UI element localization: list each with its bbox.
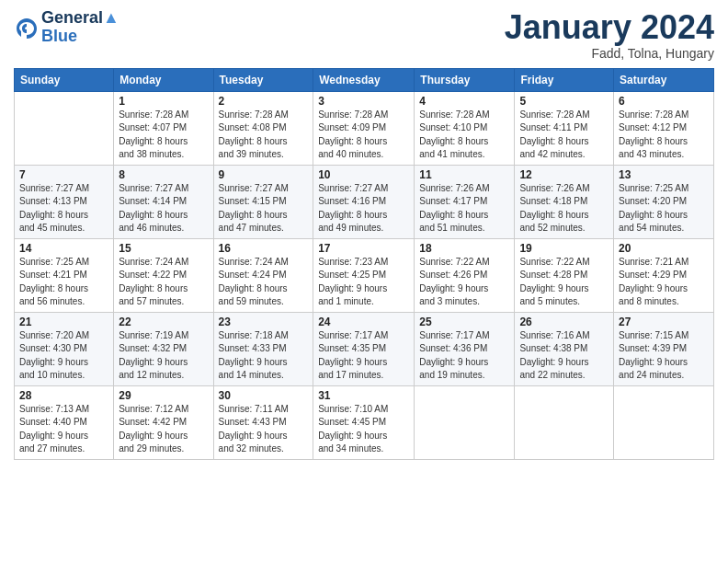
day-info: Sunrise: 7:13 AMSunset: 4:40 PMDaylight:…	[19, 403, 108, 456]
day-number: 20	[619, 242, 709, 255]
calendar-cell: 27Sunrise: 7:15 AMSunset: 4:39 PMDayligh…	[614, 312, 714, 385]
calendar-cell: 6Sunrise: 7:28 AMSunset: 4:12 PMDaylight…	[614, 91, 714, 165]
day-number: 26	[519, 316, 609, 328]
day-number: 28	[19, 389, 108, 402]
day-info: Sunrise: 7:12 AMSunset: 4:42 PMDaylight:…	[119, 403, 208, 456]
calendar-cell: 13Sunrise: 7:25 AMSunset: 4:20 PMDayligh…	[614, 165, 714, 238]
day-number: 15	[119, 242, 208, 255]
day-header-friday: Friday	[515, 68, 614, 91]
day-number: 29	[119, 389, 208, 402]
calendar-cell: 2Sunrise: 7:28 AMSunset: 4:08 PMDaylight…	[213, 91, 313, 165]
day-number: 16	[219, 242, 309, 255]
day-info: Sunrise: 7:27 AMSunset: 4:15 PMDaylight:…	[219, 182, 309, 236]
day-info: Sunrise: 7:16 AMSunset: 4:38 PMDaylight:…	[519, 329, 609, 383]
day-number: 5	[519, 95, 609, 108]
calendar-week-row: 7Sunrise: 7:27 AMSunset: 4:13 PMDaylight…	[15, 165, 714, 238]
calendar-cell: 10Sunrise: 7:27 AMSunset: 4:16 PMDayligh…	[313, 165, 415, 238]
calendar-week-row: 14Sunrise: 7:25 AMSunset: 4:21 PMDayligh…	[15, 238, 714, 312]
calendar-week-row: 28Sunrise: 7:13 AMSunset: 4:40 PMDayligh…	[15, 385, 714, 459]
calendar-cell: 23Sunrise: 7:18 AMSunset: 4:33 PMDayligh…	[213, 312, 313, 385]
day-number: 27	[619, 316, 709, 328]
day-info: Sunrise: 7:27 AMSunset: 4:13 PMDaylight:…	[19, 182, 108, 236]
day-info: Sunrise: 7:28 AMSunset: 4:09 PMDaylight:…	[318, 109, 409, 162]
calendar-cell: 28Sunrise: 7:13 AMSunset: 4:40 PMDayligh…	[15, 385, 114, 459]
day-number: 11	[419, 168, 509, 181]
location: Fadd, Tolna, Hungary	[505, 46, 714, 61]
calendar-cell	[614, 385, 714, 459]
day-header-tuesday: Tuesday	[213, 68, 313, 91]
day-info: Sunrise: 7:28 AMSunset: 4:12 PMDaylight:…	[619, 109, 709, 162]
calendar-cell: 29Sunrise: 7:12 AMSunset: 4:42 PMDayligh…	[114, 385, 213, 459]
calendar-cell: 21Sunrise: 7:20 AMSunset: 4:30 PMDayligh…	[15, 312, 114, 385]
day-header-wednesday: Wednesday	[313, 68, 415, 91]
calendar-cell: 12Sunrise: 7:26 AMSunset: 4:18 PMDayligh…	[515, 165, 614, 238]
day-info: Sunrise: 7:28 AMSunset: 4:07 PMDaylight:…	[119, 109, 208, 162]
calendar-cell: 22Sunrise: 7:19 AMSunset: 4:32 PMDayligh…	[114, 312, 213, 385]
day-info: Sunrise: 7:27 AMSunset: 4:16 PMDaylight:…	[318, 182, 409, 236]
calendar-cell: 31Sunrise: 7:10 AMSunset: 4:45 PMDayligh…	[313, 385, 415, 459]
calendar-cell	[15, 91, 114, 165]
day-info: Sunrise: 7:25 AMSunset: 4:20 PMDaylight:…	[619, 182, 709, 236]
calendar-cell: 7Sunrise: 7:27 AMSunset: 4:13 PMDaylight…	[15, 165, 114, 238]
day-number: 14	[19, 242, 108, 255]
calendar-cell: 11Sunrise: 7:26 AMSunset: 4:17 PMDayligh…	[415, 165, 515, 238]
calendar-cell: 18Sunrise: 7:22 AMSunset: 4:26 PMDayligh…	[415, 238, 515, 312]
logo-line2: Blue	[41, 28, 119, 46]
day-number: 1	[119, 95, 208, 108]
calendar-cell: 20Sunrise: 7:21 AMSunset: 4:29 PMDayligh…	[614, 238, 714, 312]
day-number: 31	[318, 389, 409, 402]
calendar-cell: 5Sunrise: 7:28 AMSunset: 4:11 PMDaylight…	[515, 91, 614, 165]
day-info: Sunrise: 7:28 AMSunset: 4:11 PMDaylight:…	[519, 109, 609, 162]
day-number: 13	[619, 168, 709, 181]
calendar-cell: 14Sunrise: 7:25 AMSunset: 4:21 PMDayligh…	[15, 238, 114, 312]
logo: General▲ Blue	[14, 9, 119, 46]
day-info: Sunrise: 7:25 AMSunset: 4:21 PMDaylight:…	[19, 256, 108, 309]
day-header-saturday: Saturday	[614, 68, 714, 91]
day-info: Sunrise: 7:15 AMSunset: 4:39 PMDaylight:…	[619, 329, 709, 383]
calendar-cell: 16Sunrise: 7:24 AMSunset: 4:24 PMDayligh…	[213, 238, 313, 312]
day-info: Sunrise: 7:28 AMSunset: 4:08 PMDaylight:…	[219, 109, 309, 162]
calendar-cell: 3Sunrise: 7:28 AMSunset: 4:09 PMDaylight…	[313, 91, 415, 165]
title-block: January 2024 Fadd, Tolna, Hungary	[505, 9, 714, 61]
calendar-table: SundayMondayTuesdayWednesdayThursdayFrid…	[14, 68, 714, 460]
logo-line1: General▲	[41, 9, 119, 28]
calendar-week-row: 21Sunrise: 7:20 AMSunset: 4:30 PMDayligh…	[15, 312, 714, 385]
day-number: 25	[419, 316, 509, 328]
calendar-cell: 17Sunrise: 7:23 AMSunset: 4:25 PMDayligh…	[313, 238, 415, 312]
day-number: 8	[119, 168, 208, 181]
calendar-cell: 24Sunrise: 7:17 AMSunset: 4:35 PMDayligh…	[313, 312, 415, 385]
day-info: Sunrise: 7:17 AMSunset: 4:35 PMDaylight:…	[318, 329, 409, 383]
day-number: 17	[318, 242, 409, 255]
day-info: Sunrise: 7:26 AMSunset: 4:18 PMDaylight:…	[519, 182, 609, 236]
day-number: 19	[519, 242, 609, 255]
calendar-header-row: SundayMondayTuesdayWednesdayThursdayFrid…	[15, 68, 714, 91]
day-number: 21	[19, 316, 108, 328]
calendar-week-row: 1Sunrise: 7:28 AMSunset: 4:07 PMDaylight…	[15, 91, 714, 165]
logo-text-block: General▲ Blue	[41, 9, 119, 46]
day-info: Sunrise: 7:11 AMSunset: 4:43 PMDaylight:…	[219, 403, 309, 456]
day-info: Sunrise: 7:19 AMSunset: 4:32 PMDaylight:…	[119, 329, 208, 383]
day-number: 9	[219, 168, 309, 181]
day-number: 2	[219, 95, 309, 108]
day-info: Sunrise: 7:23 AMSunset: 4:25 PMDaylight:…	[318, 256, 409, 309]
day-number: 12	[519, 168, 609, 181]
calendar-cell: 26Sunrise: 7:16 AMSunset: 4:38 PMDayligh…	[515, 312, 614, 385]
day-info: Sunrise: 7:28 AMSunset: 4:10 PMDaylight:…	[419, 109, 509, 162]
day-number: 3	[318, 95, 409, 108]
day-number: 6	[619, 95, 709, 108]
day-number: 22	[119, 316, 208, 328]
calendar-cell: 1Sunrise: 7:28 AMSunset: 4:07 PMDaylight…	[114, 91, 213, 165]
day-info: Sunrise: 7:22 AMSunset: 4:28 PMDaylight:…	[519, 256, 609, 309]
day-info: Sunrise: 7:20 AMSunset: 4:30 PMDaylight:…	[19, 329, 108, 383]
day-header-sunday: Sunday	[15, 68, 114, 91]
day-info: Sunrise: 7:17 AMSunset: 4:36 PMDaylight:…	[419, 329, 509, 383]
day-number: 4	[419, 95, 509, 108]
day-header-monday: Monday	[114, 68, 213, 91]
day-number: 10	[318, 168, 409, 181]
day-number: 23	[219, 316, 309, 328]
calendar-cell: 15Sunrise: 7:24 AMSunset: 4:22 PMDayligh…	[114, 238, 213, 312]
header: General▲ Blue January 2024 Fadd, Tolna, …	[14, 9, 714, 61]
day-info: Sunrise: 7:18 AMSunset: 4:33 PMDaylight:…	[219, 329, 309, 383]
calendar-cell: 9Sunrise: 7:27 AMSunset: 4:15 PMDaylight…	[213, 165, 313, 238]
day-info: Sunrise: 7:24 AMSunset: 4:24 PMDaylight:…	[219, 256, 309, 309]
